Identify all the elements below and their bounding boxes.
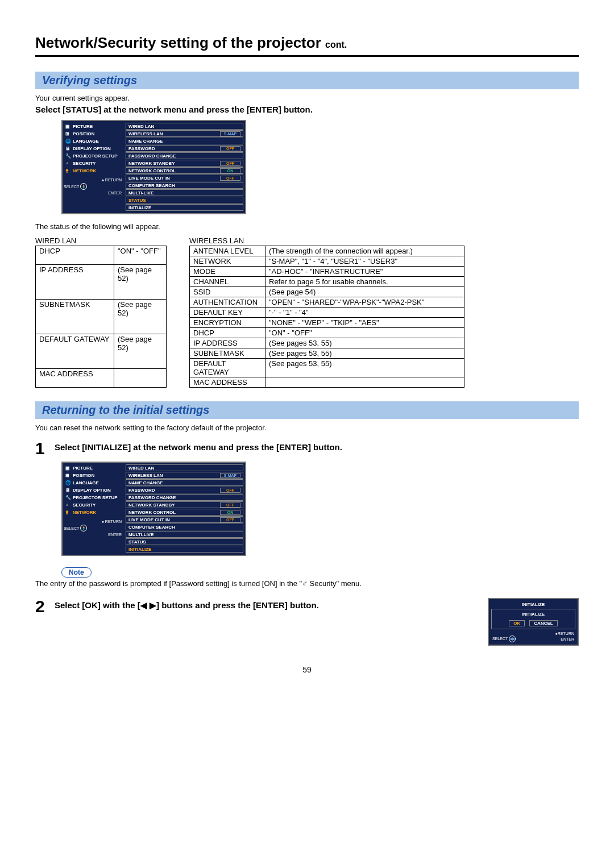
panel-row[interactable]: NETWORK CONTROLON <box>126 509 243 516</box>
nav-icon: ⊞ <box>65 473 71 478</box>
title-divider <box>35 55 579 57</box>
dialog-ok-button[interactable]: OK <box>509 620 525 626</box>
panel-row[interactable]: PASSWORD CHANGE <box>126 494 243 501</box>
menu-right-panel-status: WIRED LANWIRELESS LANS-MAPNAME CHANGEPAS… <box>124 121 245 213</box>
table-row: SSID(See page 54) <box>190 287 464 297</box>
nav-icon: 🖥 <box>65 488 71 493</box>
table-row: SUBNETMASK(See pages 53, 55) <box>190 348 464 359</box>
table-row: SUBNETMASK(See page 52) <box>36 300 167 334</box>
panel-row[interactable]: COMPUTER SEARCH <box>126 182 243 189</box>
nav-item[interactable]: 🖥DISPLAY OPTION <box>63 487 124 494</box>
panel-row[interactable]: STATUS <box>126 197 243 203</box>
panel-row[interactable]: PASSWORDOFF <box>126 145 243 152</box>
table-row: IP ADDRESS(See pages 53, 55) <box>190 338 464 348</box>
table-cell: ANTENNA LEVEL <box>190 246 265 256</box>
panel-row[interactable]: NAME CHANGE <box>126 138 243 144</box>
nav-icon: ♂ <box>65 502 71 508</box>
panel-label: STATUS <box>128 539 240 545</box>
table-cell: (See page 54) <box>265 287 464 297</box>
panel-value: OFF <box>220 146 240 151</box>
dialog-return: RETURN <box>558 632 574 636</box>
panel-row[interactable]: LIVE MODE CUT INOFF <box>126 175 243 181</box>
panel-row[interactable]: LIVE MODE CUT INOFF <box>126 516 243 523</box>
nav-item[interactable]: 🌐LANGUAGE <box>63 138 124 145</box>
wired-caption: WIRED LAN <box>35 236 167 246</box>
panel-value: OFF <box>220 176 240 181</box>
nav-item[interactable]: ⊞POSITION <box>63 130 124 138</box>
panel-row[interactable]: PASSWORD CHANGE <box>126 152 243 159</box>
nav-item[interactable]: ▣PICTURE <box>63 123 124 130</box>
title-main: Network/Security setting of the projecto… <box>35 34 321 51</box>
step-1: 1 Select [INITIALIZE] at the network men… <box>35 440 579 457</box>
panel-row[interactable]: NAME CHANGE <box>126 479 243 486</box>
table-cell: "AD-HOC" - "INFRASTRUCTURE" <box>265 267 464 277</box>
panel-row[interactable]: INITIALIZE <box>126 204 243 211</box>
panel-row[interactable]: MULTI-LIVE <box>126 189 243 196</box>
nav-label: PROJECTOR SETUP <box>73 495 118 500</box>
table-cell: "-" - "1" - "4" <box>265 308 464 318</box>
panel-row[interactable]: WIRED LAN <box>126 123 243 130</box>
nav-icon: 🖥 <box>65 146 71 151</box>
table-cell: (See page 52) <box>114 265 167 300</box>
page-number: 59 <box>35 665 579 674</box>
table-cell: SUBNETMASK <box>190 348 265 359</box>
table-cell: (See page 52) <box>114 300 167 334</box>
panel-label: NAME CHANGE <box>128 480 240 485</box>
table-row: CHANNELRefer to page 5 for usable channe… <box>190 277 464 287</box>
panel-row[interactable]: WIRELESS LANS-MAP <box>126 472 243 479</box>
panel-row[interactable]: STATUS <box>126 538 243 545</box>
panel-row[interactable]: COMPUTER SEARCH <box>126 524 243 530</box>
table-cell: NETWORK <box>190 256 265 267</box>
panel-label: WIRED LAN <box>128 124 240 129</box>
table-row: NETWORK"S-MAP", "1" - "4", "USER1" - "US… <box>190 256 464 267</box>
panel-row[interactable]: NETWORK STANDBYOFF <box>126 501 243 508</box>
note-text-b: Security" menu. <box>308 579 362 588</box>
panel-row[interactable]: INITIALIZE <box>126 546 243 553</box>
step-1-text: Select [INITIALIZE] at the network menu … <box>55 440 579 452</box>
nav-item[interactable]: ♂SECURITY <box>63 160 124 167</box>
nav-item[interactable]: 🌐LANGUAGE <box>63 479 124 487</box>
panel-label: PASSWORD CHANGE <box>128 153 240 159</box>
wireless-caption: WIRELESS LAN <box>189 236 464 246</box>
nav-item[interactable]: 🖥DISPLAY OPTION <box>63 145 124 152</box>
nav-label: NETWORK <box>73 168 96 173</box>
nav-label: NETWORK <box>73 510 96 515</box>
nav-item[interactable]: ⊞POSITION <box>63 472 124 479</box>
panel-label: NETWORK STANDBY <box>128 502 220 508</box>
table-row: DEFAULT KEY"-" - "1" - "4" <box>190 308 464 318</box>
table-cell: ENCRYPTION <box>190 318 265 328</box>
nav-item[interactable]: ▣PICTURE <box>63 464 124 472</box>
panel-row[interactable]: WIRELESS LANS-MAP <box>126 130 243 137</box>
nav-label: DISPLAY OPTION <box>73 488 111 493</box>
panel-row[interactable]: WIRED LAN <box>126 464 243 471</box>
panel-label: PASSWORD CHANGE <box>128 495 240 500</box>
table-row: DEFAULT GATEWAY(See page 52) <box>36 334 167 368</box>
verify-intro: Your current settings appear. <box>35 94 579 102</box>
panel-label: INITIALIZE <box>128 205 240 210</box>
dialog-cancel-button[interactable]: CANCEL <box>529 620 557 626</box>
panel-label: PASSWORD <box>128 146 220 151</box>
table-row: AUTHENTICATION"OPEN" - "SHARED"-"WPA-PSK… <box>190 297 464 308</box>
wired-lan-table: WIRED LAN DHCP"ON" - "OFF"IP ADDRESS(See… <box>35 236 167 388</box>
panel-row[interactable]: NETWORK STANDBYOFF <box>126 160 243 167</box>
panel-label: NETWORK STANDBY <box>128 161 220 166</box>
nav-item[interactable]: ♂SECURITY <box>63 501 124 509</box>
table-row: ANTENNA LEVEL(The strength of the connec… <box>190 246 464 256</box>
table-row: MODE"AD-HOC" - "INFRASTRUCTURE" <box>190 267 464 277</box>
menu-right-panel-init: WIRED LANWIRELESS LANS-MAPNAME CHANGEPAS… <box>124 463 245 555</box>
status-intro: The status of the following will appear. <box>35 222 579 231</box>
table-cell: "NONE" - "WEP" - "TKIP" - "AES" <box>265 318 464 328</box>
panel-value: OFF <box>220 161 240 166</box>
table-cell <box>265 377 464 388</box>
panel-row[interactable]: NETWORK CONTROLON <box>126 167 243 174</box>
nav-icon: ▣ <box>65 466 71 471</box>
nav-item[interactable]: ⚵NETWORK <box>63 167 124 175</box>
nav-item[interactable]: 🔧PROJECTOR SETUP <box>63 152 124 160</box>
panel-row[interactable]: MULTI-LIVE <box>126 531 243 538</box>
right-arrow-icon: ▶ <box>150 600 156 610</box>
panel-row[interactable]: PASSWORDOFF <box>126 487 243 493</box>
step-2-number: 2 <box>35 598 55 615</box>
nav-item[interactable]: ⚵NETWORK <box>63 509 124 516</box>
nav-item[interactable]: 🔧PROJECTOR SETUP <box>63 494 124 501</box>
table-row: ENCRYPTION"NONE" - "WEP" - "TKIP" - "AES… <box>190 318 464 328</box>
